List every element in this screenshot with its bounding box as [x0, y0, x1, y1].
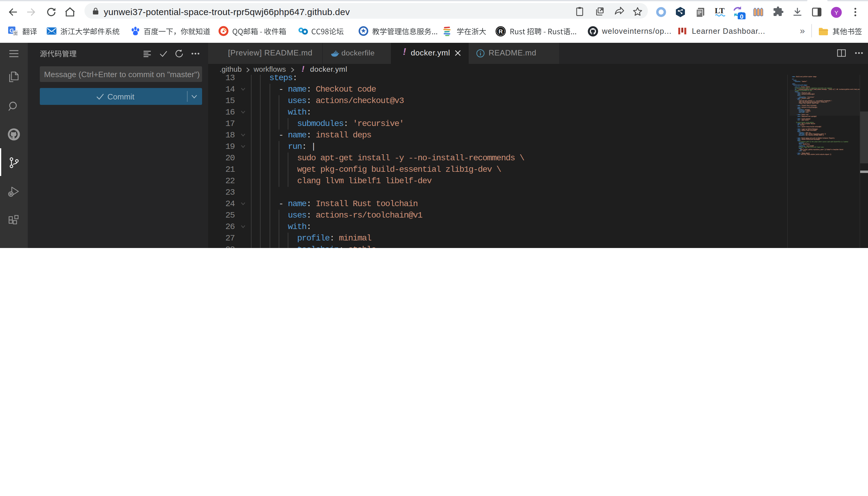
svg-text:0: 0 [740, 13, 744, 20]
svg-text:Y: Y [835, 9, 838, 16]
svg-text:R: R [498, 28, 503, 34]
svg-text:LT: LT [715, 6, 724, 15]
